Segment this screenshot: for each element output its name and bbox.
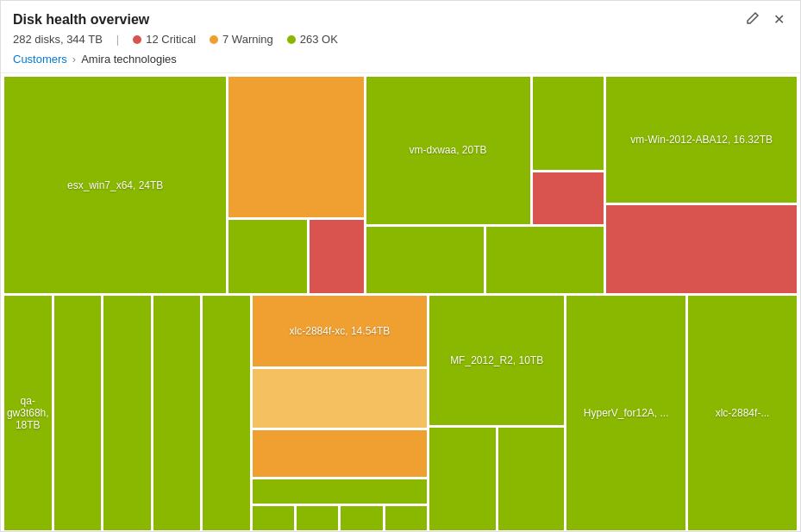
- ok-count: 263 OK: [300, 33, 338, 46]
- cell-xlc-label: xlc-2884f-xc, 14.54TB: [288, 323, 392, 339]
- cell-xlc-bot1[interactable]: [253, 479, 427, 504]
- cell-esx[interactable]: esx_win7_x64, 24TB: [4, 77, 226, 293]
- cell-xlc-mid[interactable]: [253, 369, 427, 428]
- cell-hyperv-label: HyperV_for12A, ...: [582, 405, 671, 421]
- cell-xlc-mid2[interactable]: [253, 430, 427, 477]
- breadcrumb-link[interactable]: Customers: [13, 53, 67, 66]
- cell-vmdx-right-top[interactable]: [533, 77, 604, 170]
- cell-xlc-bot2b[interactable]: [297, 506, 338, 530]
- cell-vmwin-group: vm-Win-2012-ABA12, 16.32TB: [606, 77, 797, 293]
- cell-hyperv[interactable]: HyperV_for12A, ...: [566, 296, 685, 530]
- treemap: esx_win7_x64, 24TB vm-dxwaa, 20TB: [1, 73, 800, 531]
- cell-xlc-bot2c[interactable]: [341, 506, 382, 530]
- treemap-bottom-row: qa-gw3t68h, 18TB xlc-2884f-xc, 14.54TB: [4, 296, 797, 530]
- cell-mf-bot2[interactable]: [498, 428, 565, 530]
- cell-qa-3[interactable]: [103, 296, 151, 530]
- cell-qa-2[interactable]: [54, 296, 102, 530]
- ok-dot: [287, 35, 296, 44]
- cell-vmdx-group: vm-dxwaa, 20TB: [366, 77, 604, 293]
- cell-xlc-bot2d[interactable]: [385, 506, 427, 530]
- cell-vmwin-bottom[interactable]: [606, 205, 797, 293]
- disk-stats: 282 disks, 344 TB: [13, 33, 103, 46]
- cell-vmdx-main[interactable]: vm-dxwaa, 20TB: [366, 77, 530, 224]
- cell-vmdx-bot1[interactable]: [366, 227, 484, 293]
- page-title: Disk health overview: [13, 12, 149, 28]
- warning-dot: [210, 35, 218, 44]
- header: Disk health overview ✕ 282 disks, 344 TB…: [1, 1, 800, 73]
- cell-vmdx-right-red[interactable]: [533, 172, 604, 224]
- window-actions: ✕: [742, 9, 788, 29]
- bottom-left-group: qa-gw3t68h, 18TB: [4, 296, 250, 530]
- vmdx-bottom: [366, 227, 604, 293]
- breadcrumb-separator: ›: [72, 53, 76, 66]
- critical-stat: 12 Critical: [133, 33, 196, 46]
- vmdx-right-col: [533, 77, 604, 224]
- cell-vmwin-top[interactable]: vm-Win-2012-ABA12, 16.32TB: [606, 77, 797, 203]
- edit-button[interactable]: [742, 9, 763, 29]
- cell-qa[interactable]: qa-gw3t68h, 18TB: [4, 296, 52, 530]
- cell-vmdx-label: vm-dxwaa, 20TB: [408, 142, 489, 158]
- cell-vmwin-label: vm-Win-2012-ABA12, 16.32TB: [629, 132, 774, 147]
- cell-qa-label: qa-gw3t68h, 18TB: [4, 393, 52, 433]
- cell-esx-label: esx_win7_x64, 24TB: [66, 178, 165, 193]
- stats-row: 282 disks, 344 TB | 12 Critical 7 Warnin…: [13, 33, 788, 46]
- cell-xlc2[interactable]: xlc-2884f-...: [688, 296, 797, 530]
- cell-top-mid-green[interactable]: [228, 220, 307, 293]
- cell-mf-bot1[interactable]: [429, 428, 496, 530]
- cell-top-mid-red[interactable]: [310, 220, 363, 293]
- breadcrumb-current: Amira technologies: [81, 53, 177, 66]
- ok-stat: 263 OK: [287, 33, 338, 46]
- title-row: Disk health overview ✕: [13, 9, 788, 29]
- main-window: Disk health overview ✕ 282 disks, 344 TB…: [0, 0, 801, 532]
- critical-dot: [133, 35, 141, 44]
- cell-mf-top[interactable]: MF_2012_R2, 10TB: [429, 296, 564, 425]
- cell-xlc2-label: xlc-2884f-...: [714, 405, 772, 421]
- cell-xlc-group: xlc-2884f-xc, 14.54TB: [253, 296, 427, 530]
- cell-qa-4[interactable]: [153, 296, 201, 530]
- cell-qa-5[interactable]: [203, 296, 250, 530]
- critical-count: 12 Critical: [146, 33, 196, 46]
- cell-mf-label: MF_2012_R2, 10TB: [448, 353, 545, 368]
- cell-top-mid-orange[interactable]: [228, 77, 363, 217]
- warning-stat: 7 Warning: [210, 33, 273, 46]
- cell-xlc-bot2a[interactable]: [253, 506, 294, 530]
- top-mid-bottom: [228, 220, 363, 293]
- breadcrumb: Customers › Amira technologies: [13, 49, 788, 67]
- top-mid-block: [228, 77, 363, 293]
- treemap-top-row: esx_win7_x64, 24TB vm-dxwaa, 20TB: [4, 77, 797, 293]
- cell-vmdx-bot2[interactable]: [486, 227, 604, 293]
- xlc-bottom-group: [253, 479, 427, 530]
- close-button[interactable]: ✕: [770, 11, 788, 28]
- cell-xlc-top[interactable]: xlc-2884f-xc, 14.54TB: [253, 296, 427, 366]
- vmdx-top: vm-dxwaa, 20TB: [366, 77, 604, 224]
- mf-bottom: [429, 428, 564, 530]
- xlc-bottom-row2: [253, 506, 427, 530]
- warning-count: 7 Warning: [222, 33, 273, 46]
- cell-mf-group: MF_2012_R2, 10TB: [429, 296, 564, 530]
